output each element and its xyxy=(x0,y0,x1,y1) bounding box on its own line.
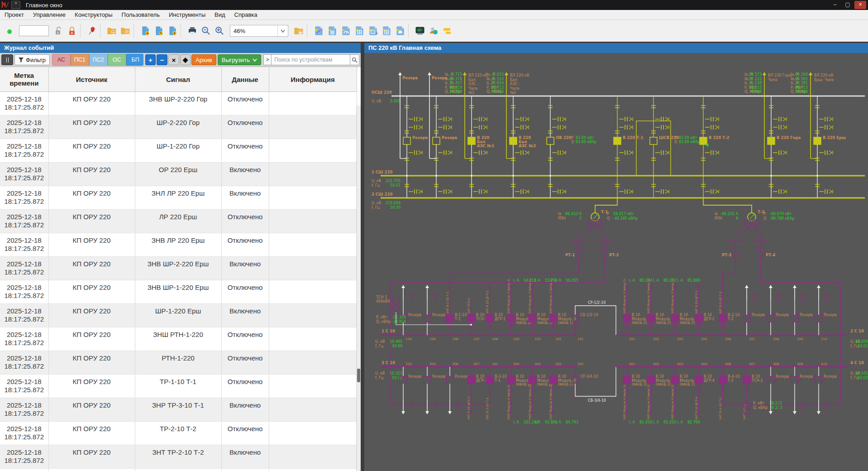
pause-button[interactable] xyxy=(1,54,13,65)
search-button[interactable] xyxy=(350,54,359,65)
menu-item-4[interactable]: Инструменты xyxy=(164,10,210,19)
report-alarm-icon[interactable] xyxy=(393,24,407,38)
panels-icon[interactable] xyxy=(440,24,454,38)
filter-toggle-БП[interactable]: БП xyxy=(126,54,143,66)
zoom-combo[interactable]: 46% xyxy=(230,25,288,37)
breaker10-В-2-10 Т-2[interactable] xyxy=(719,315,726,322)
folder-close-icon[interactable]: ✕ xyxy=(119,24,132,38)
marker-button[interactable]: ◈ xyxy=(180,54,191,65)
breaker10-Резерв[interactable] xyxy=(791,315,798,322)
oscilloscope-icon[interactable] xyxy=(413,24,427,38)
breaker-В 220 Бал АЭС №2[interactable] xyxy=(510,137,517,144)
breaker-Резерв[interactable] xyxy=(403,137,410,144)
panel-splitter[interactable] xyxy=(361,43,364,471)
unlock-icon[interactable] xyxy=(52,24,65,38)
table-row[interactable]: 2025-12-1818:17:25.872КП ОРУ 220ШР-1-220… xyxy=(0,304,357,327)
breaker10-Резерв[interactable] xyxy=(424,376,431,384)
minimize-button[interactable]: – xyxy=(829,1,841,9)
filter-toggle-ПС1[interactable]: ПС1 xyxy=(71,54,89,66)
filter-toggle-ОС[interactable]: ОС xyxy=(108,54,126,66)
breaker10-В 10 ТСН-1[interactable] xyxy=(467,315,475,322)
breaker10-В 10 Модуль 4 (ввод 2)[interactable] xyxy=(507,376,515,384)
table-row[interactable]: 2025-12-1818:17:25.872КП ОРУ 220ШР-1-220… xyxy=(0,139,357,163)
breaker10-Резерв[interactable] xyxy=(815,315,822,322)
report-trend-icon[interactable] xyxy=(312,24,325,38)
breaker10-Резерв[interactable] xyxy=(815,376,822,384)
table-row[interactable]: 2025-12-1818:17:25.872КП ОРУ 220ШР-2-220… xyxy=(0,115,357,139)
breaker10-В 10 ДГР-4[interactable] xyxy=(695,376,702,384)
breaker-ШСВ 220[interactable] xyxy=(650,137,657,144)
table-row[interactable]: 2025-12-1818:17:25.872КП ОРУ 220ЗНШ РТН-… xyxy=(0,327,357,351)
scrollbar-thumb[interactable] xyxy=(357,369,360,382)
table-row[interactable]: 2025-12-1818:17:25.872КП ОРУ 220ЗНР ТР-3… xyxy=(0,398,357,422)
table-row[interactable]: 2025-12-1818:17:25.872КП ОРУ 220ЗНВ ШР-2… xyxy=(0,257,357,280)
table-row[interactable]: 2025-12-1818:17:25.872КП ОРУ 220РТН-1-22… xyxy=(0,351,357,375)
remove-filter-button[interactable]: − xyxy=(157,54,167,65)
table-row[interactable]: 2025-12-1818:17:25.872КП ОРУ 220ЗНВ ШР-1… xyxy=(0,280,357,304)
breaker10-Резерв[interactable] xyxy=(446,376,453,384)
report-table-icon[interactable] xyxy=(353,24,366,38)
close-button[interactable]: × xyxy=(854,1,866,9)
scheme-canvas[interactable]: ОСШ 220U, кВ0.0001 СШ 220U, кВ222.705f, … xyxy=(364,53,868,471)
breaker10-Резерв[interactable] xyxy=(743,315,750,322)
breaker10-В 10 Модуль 4 (ввод 1)[interactable] xyxy=(623,376,630,384)
table-row[interactable]: 2025-12-1818:17:25.872КП ОРУ 220ЗНЛ ЛР 2… xyxy=(0,186,357,210)
report-table-add-icon[interactable]: + xyxy=(366,24,380,38)
breaker10-В 10 ТСН-2[interactable] xyxy=(743,376,750,384)
menu-item-1[interactable]: Управление xyxy=(29,10,70,19)
column-header-0[interactable]: Метка времени xyxy=(0,67,48,92)
archive-button[interactable]: Архив xyxy=(191,54,216,65)
search-expand-button[interactable]: > xyxy=(263,54,272,65)
maximize-button[interactable]: ▢ xyxy=(842,1,854,9)
breaker10-В 10 Модуль 5 (ввод 2)[interactable] xyxy=(529,376,536,384)
folder-add-icon[interactable]: + xyxy=(105,24,119,38)
column-header-2[interactable]: Сигнал xyxy=(135,67,221,92)
doc-add-icon[interactable]: + xyxy=(138,24,152,38)
filter-toggle-АС[interactable]: АС xyxy=(52,54,71,66)
breaker10-В 10 Модуль 3 (ввод 2)[interactable] xyxy=(671,315,678,322)
breaker10-В 10 Модуль 6 (ввод 1)[interactable] xyxy=(671,376,678,384)
menu-item-3[interactable]: Пользователь xyxy=(117,10,164,19)
column-header-3[interactable]: Данные xyxy=(221,67,269,92)
breaker10-В 10 Модуль 6 (ввод 2)[interactable] xyxy=(549,376,557,384)
table-row[interactable]: 2025-12-1818:17:25.872КП ОРУ 220ЗНТ ТР-2… xyxy=(0,445,357,469)
breaker10-Резерв[interactable] xyxy=(767,376,774,384)
breaker10-В 10 Модуль 3 (ввод 1)[interactable] xyxy=(549,315,557,322)
breaker-Резерв[interactable] xyxy=(433,137,440,144)
breaker10-В 10 Модуль 1 (ввод 1)[interactable] xyxy=(507,315,515,322)
search-input[interactable] xyxy=(272,54,350,65)
table-row[interactable]: 2025-12-1818:17:25.872КП ОРУ 220ЗНВ ЛР 2… xyxy=(0,233,357,257)
pin-icon[interactable] xyxy=(85,24,99,38)
zoom-out-icon[interactable]: – xyxy=(199,24,213,38)
value-combo[interactable] xyxy=(19,25,49,36)
add-filter-button[interactable]: + xyxy=(145,54,156,65)
scheme-title[interactable]: ПС 220 кВ Главная схема xyxy=(364,43,868,53)
folder-view-icon[interactable]: ◉ xyxy=(292,24,305,38)
breaker10-Резерв[interactable] xyxy=(791,376,798,384)
table-row[interactable]: 2025-12-1818:17:25.872КП ОРУ 220ЗНВ ШР-2… xyxy=(0,92,357,115)
table-row[interactable]: 2025-12-1818:17:25.872КП ОРУ 220ТР-1-10 … xyxy=(0,375,357,398)
report-grid-icon[interactable] xyxy=(380,24,393,38)
column-header-4[interactable]: Информация xyxy=(269,67,357,92)
breaker10-В 10 ДГР-3[interactable] xyxy=(467,376,475,384)
breaker-В 220 Т-1[interactable] xyxy=(614,137,621,144)
breaker-В 220 Ерш[interactable] xyxy=(814,137,821,144)
schematic-svg[interactable]: ОСШ 220U, кВ0.0001 СШ 220U, кВ222.705f, … xyxy=(364,53,868,471)
filter-toggle-ПС2[interactable]: ПС2 xyxy=(89,54,108,66)
printer-icon[interactable] xyxy=(186,24,199,38)
breaker-В 220 Т-2[interactable] xyxy=(700,137,707,144)
menu-item-2[interactable]: Конструкторы xyxy=(70,10,117,19)
breaker-ОВ 220[interactable] xyxy=(547,137,554,144)
doc-delete-icon[interactable]: ▾ xyxy=(166,24,179,38)
breaker10-В 10 ДГР-2[interactable] xyxy=(695,315,702,322)
user-icon[interactable] xyxy=(427,24,440,38)
filter-button[interactable]: Фильтр xyxy=(14,54,50,65)
breaker10-В 10 Модуль 2 (ввод 1)[interactable] xyxy=(529,315,536,322)
breaker10-В 10 Модуль 1 (ввод 2)[interactable] xyxy=(623,315,630,322)
table-row[interactable]: 2025-12-1818:17:25.872КП ОРУ 220ЗНР ТР-2… xyxy=(0,469,357,471)
breaker-В 220 Бал АЭС №1[interactable] xyxy=(468,137,475,144)
column-header-1[interactable]: Источник xyxy=(48,67,135,92)
export-button[interactable]: Выгрузить xyxy=(218,54,261,65)
breaker10-Резерв[interactable] xyxy=(424,315,431,322)
table-row[interactable]: 2025-12-1818:17:25.872КП ОРУ 220ОР 220 Е… xyxy=(0,163,357,186)
